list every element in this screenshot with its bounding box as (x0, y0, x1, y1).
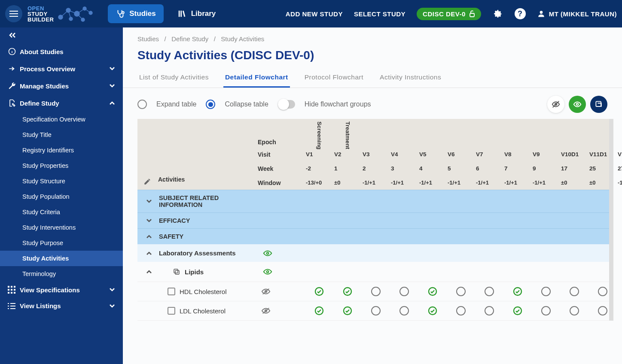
hamburger-icon (9, 11, 18, 17)
svg-point-11 (69, 17, 73, 21)
add-new-study-link[interactable]: ADD NEW STUDY (286, 10, 343, 18)
nav-studies-label: Studies (129, 9, 156, 18)
help-button[interactable]: ? (515, 8, 526, 19)
lock-open-icon (469, 10, 475, 17)
settings-button[interactable] (492, 8, 503, 19)
svg-point-15 (540, 11, 543, 14)
nav-main: Studies Library (108, 4, 223, 23)
study-badge[interactable]: CDISC DEV-0 (417, 8, 481, 20)
library-icon (177, 9, 187, 18)
top-bar: OPEN STUDY BUILDER Studies Library ADD N… (0, 0, 622, 27)
svg-point-8 (74, 11, 79, 16)
study-badge-label: CDISC DEV-0 (423, 10, 466, 18)
user-menu[interactable]: MT (MIKKEL TRAUN) (537, 9, 617, 18)
top-actions: ADD NEW STUDY SELECT STUDY CDISC DEV-0 ?… (286, 8, 617, 20)
svg-point-13 (122, 12, 124, 14)
svg-point-12 (89, 11, 92, 15)
nav-library[interactable]: Library (170, 4, 224, 23)
gear-icon (493, 9, 503, 19)
stethoscope-icon (116, 9, 125, 18)
svg-point-7 (66, 8, 70, 12)
question-icon: ? (518, 9, 523, 18)
graph-icon (56, 4, 95, 23)
logo-text: OPEN STUDY BUILDER (27, 6, 54, 22)
logo[interactable]: OPEN STUDY BUILDER (27, 4, 95, 23)
person-icon (537, 9, 546, 18)
svg-point-6 (58, 15, 63, 19)
nav-studies[interactable]: Studies (108, 4, 163, 23)
svg-point-10 (81, 18, 85, 21)
svg-rect-14 (470, 13, 474, 17)
select-study-link[interactable]: SELECT STUDY (354, 10, 406, 18)
svg-point-9 (83, 7, 86, 10)
user-name: MT (MIKKEL TRAUN) (549, 10, 617, 18)
menu-button[interactable] (5, 5, 22, 22)
nav-library-label: Library (191, 9, 216, 18)
